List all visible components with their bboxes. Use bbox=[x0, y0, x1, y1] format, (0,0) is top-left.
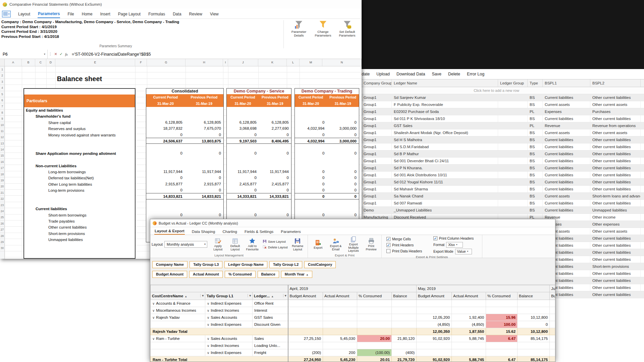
sheet-row-values[interactable]: 14,333,82114,333,821 bbox=[227, 193, 291, 199]
sheet-row-values[interactable]: 4,032,9943,000,000 bbox=[295, 125, 359, 131]
sheet-row-label[interactable] bbox=[24, 138, 135, 144]
ribbon-tab-page-layout[interactable]: Page Layout bbox=[118, 10, 141, 18]
sheet-row-values[interactable]: 3,068,6982,277,690 bbox=[227, 125, 291, 131]
row-header[interactable]: 17 bbox=[0, 165, 4, 171]
layout-select[interactable]: Monthly analysis ▾ bbox=[164, 241, 207, 248]
row-header[interactable]: 14 bbox=[0, 146, 4, 153]
sheet-row-label[interactable]: Money received against share warrants bbox=[24, 132, 135, 138]
expand-chevron-icon[interactable]: ∨ bbox=[152, 337, 155, 341]
sheet-row-values[interactable] bbox=[227, 107, 291, 113]
field-chip-budget-amount[interactable]: Budget Amount bbox=[152, 271, 187, 278]
row-header[interactable]: 25 bbox=[0, 214, 4, 220]
ribbon-tab-layout[interactable]: Layout bbox=[18, 10, 31, 18]
column-header-g[interactable]: G bbox=[147, 59, 185, 66]
column-header-actual-amount[interactable]: Actual Amount bbox=[323, 292, 357, 300]
ledger-row[interactable]: Group1Sd 011 P K Shrivastava 18/10BSCurr… bbox=[349, 115, 644, 122]
sheet-row-values[interactable]: 00 bbox=[227, 150, 291, 156]
row-header[interactable]: 3 bbox=[0, 79, 4, 85]
sheet-row-values[interactable]: 18,377,8327,675,070 bbox=[146, 125, 223, 131]
row-header[interactable]: 2 bbox=[0, 72, 4, 78]
filter-dropdown-icon[interactable]: ▾ bbox=[283, 294, 286, 297]
sheet-row-values[interactable]: 2,415,8772,415,877 bbox=[227, 181, 291, 187]
column-header-consumed[interactable]: % Consumed bbox=[486, 292, 518, 300]
name-box-dropdown-icon[interactable]: ▾ bbox=[44, 53, 45, 56]
ribbon-tab-parameters[interactable]: Parameters bbox=[38, 10, 60, 18]
sheet-row-label[interactable] bbox=[24, 193, 135, 199]
sheet-row-label[interactable]: Trade payables bbox=[24, 218, 135, 224]
column-header-b[interactable]: B bbox=[22, 59, 35, 66]
column-header-budget-amount[interactable]: Budget Amount bbox=[288, 292, 323, 300]
print-column-headers-checkbox[interactable]: Print Column Headers bbox=[433, 236, 474, 241]
print-headers-checkbox[interactable]: Print Headers bbox=[386, 242, 429, 248]
row-header[interactable]: 7 bbox=[0, 103, 4, 109]
row-header[interactable]: 30 bbox=[0, 245, 4, 251]
expand-chevron-icon[interactable]: ∨ bbox=[152, 316, 155, 319]
sheet-row-values[interactable] bbox=[295, 199, 359, 205]
ledger-row[interactable]: Group1Sd Mahavir SharmaBSCurrent liabili… bbox=[349, 186, 644, 193]
row-header[interactable]: 13 bbox=[0, 140, 4, 146]
ribbon-tab-data[interactable]: Data bbox=[172, 10, 181, 18]
ribbon-tab-file[interactable]: File bbox=[67, 10, 74, 18]
column-header-consumed[interactable]: % Consumed bbox=[357, 292, 392, 300]
sheet-row-values[interactable] bbox=[295, 156, 359, 162]
sheet-row-values[interactable]: 00 bbox=[227, 187, 291, 193]
sheet-row-values[interactable]: 00 bbox=[227, 175, 291, 181]
sheet-row-values[interactable] bbox=[146, 199, 223, 205]
row-header[interactable]: 19 bbox=[0, 177, 4, 183]
export-email-button[interactable]: Export & Email bbox=[327, 237, 345, 251]
add-new-row-hint[interactable]: Click here to add a new row bbox=[349, 87, 644, 94]
column-header-m[interactable]: M bbox=[300, 59, 322, 66]
row-header[interactable]: 27 bbox=[0, 227, 4, 233]
ledger-row[interactable]: Group1F Publicity Exp. RecoverableBSCurr… bbox=[349, 101, 644, 108]
enter-icon[interactable]: ✓ bbox=[58, 52, 64, 56]
row-header[interactable]: 21 bbox=[0, 190, 4, 196]
sheet-row-values[interactable]: 24,506,63713,803,875 bbox=[146, 138, 223, 144]
column-header-l[interactable]: L bbox=[287, 59, 300, 66]
sheet-row-values[interactable]: 00 bbox=[295, 169, 359, 175]
print-data-headers-checkbox[interactable]: Print Data Headers bbox=[386, 248, 429, 254]
add-to-favourite-button[interactable]: Add to Favourite bbox=[244, 237, 261, 251]
sheet-row-values[interactable]: 00 bbox=[227, 212, 291, 218]
row-header[interactable]: 23 bbox=[0, 202, 4, 208]
error-log-button[interactable]: Error Log bbox=[467, 72, 484, 76]
export-multiple-layouts-button[interactable]: Export Multiple Layouts bbox=[345, 236, 363, 253]
sheet-row-values[interactable]: 00 bbox=[146, 150, 223, 156]
print-preview-button[interactable]: Print Preview bbox=[362, 237, 380, 251]
field-chip-consumed[interactable]: % Consumed bbox=[225, 271, 256, 278]
field-chip-tally-group-l3[interactable]: Tally Group L3 bbox=[190, 261, 222, 268]
sheet-row-values[interactable] bbox=[227, 113, 291, 119]
row-header[interactable]: 6 bbox=[0, 97, 4, 103]
field-chip-month-year[interactable]: Month Year▲ bbox=[281, 271, 312, 278]
sheet-row-values[interactable]: 11,917,94411,917,944 bbox=[227, 169, 291, 175]
sheet-row-label[interactable]: Long-term provisions bbox=[24, 187, 135, 193]
sheet-row-label[interactable]: Short-term provisions bbox=[24, 231, 135, 237]
column-header-d[interactable]: D bbox=[46, 59, 55, 66]
sheet-row-label[interactable]: Other Long term liabilities bbox=[24, 181, 135, 187]
row-header[interactable]: 20 bbox=[0, 183, 4, 189]
sheet-row-values[interactable] bbox=[227, 163, 291, 169]
sheet-row-values[interactable]: 00 bbox=[227, 132, 291, 138]
filter-dropdown-icon[interactable]: ▾ bbox=[200, 294, 204, 297]
sheet-row-values[interactable] bbox=[227, 205, 291, 212]
ribbon-tab-insert[interactable]: Insert bbox=[100, 10, 111, 18]
field-chip-tally-group-l2[interactable]: Tally Group L2 bbox=[269, 261, 302, 268]
sheet-row-values[interactable]: 9,197,5038,406,495 bbox=[227, 138, 291, 144]
sheet-row-values[interactable] bbox=[146, 205, 223, 212]
ledger-row[interactable]: Group1GST SalesPLRevenueRevenue from ope… bbox=[349, 122, 644, 129]
sheet-row-label[interactable] bbox=[24, 144, 135, 150]
sheet-row-label[interactable]: Equity and liabilities bbox=[24, 107, 135, 113]
column-header-budget-amount[interactable]: Budget Amount bbox=[417, 292, 452, 300]
row-header[interactable]: 28 bbox=[0, 233, 4, 239]
row-header[interactable]: 8 bbox=[0, 110, 4, 116]
sheet-row-values[interactable]: 00 bbox=[295, 181, 359, 187]
sheet-row-label[interactable] bbox=[24, 157, 135, 163]
sheet-row-values[interactable] bbox=[146, 163, 223, 169]
sheet-row-values[interactable] bbox=[295, 163, 359, 169]
sheet-row-label[interactable]: Other current liabilities bbox=[24, 224, 135, 230]
ledger-row[interactable]: Group1Sd 001 Devender Bhati Ci 24/11BSCu… bbox=[349, 158, 644, 165]
column-header-actual-amount[interactable]: Actual Amount bbox=[452, 292, 486, 300]
column-header-a[interactable]: A bbox=[5, 59, 22, 66]
sheet-row-values[interactable] bbox=[146, 113, 223, 119]
field-chip-actual-amount[interactable]: Actual Amount bbox=[189, 271, 223, 278]
sheet-row-values[interactable]: 00 bbox=[146, 175, 223, 181]
